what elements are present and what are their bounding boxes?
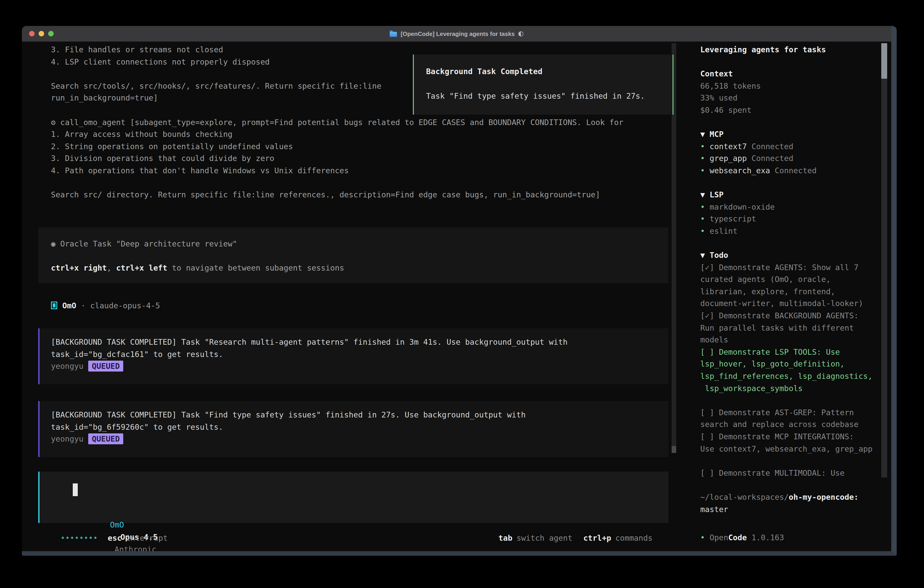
text-line: curated agents (OmO, oracle, xyxy=(700,274,880,286)
text-line: ◉ Oracle Task "Deep architecture review" xyxy=(51,238,668,250)
ctrlp-key-hint: ctrl+p xyxy=(583,533,611,542)
text-line xyxy=(700,479,880,491)
notification-body: Task "Find type safety issues" finished … xyxy=(426,91,645,101)
desktop: [OpenCode] Leveraging agents for tasks 3… xyxy=(0,0,924,588)
text-line: [ ] Demonstrate MCP INTEGRATIONS: xyxy=(700,431,880,443)
folder-icon xyxy=(390,30,397,37)
text-line: [BACKGROUND TASK COMPLETED] Task "Find t… xyxy=(51,409,668,421)
text-line xyxy=(700,116,880,128)
oracle-task-box: ◉ Oracle Task "Deep architecture review"… xyxy=(38,227,668,283)
traffic-lights xyxy=(29,26,54,41)
text-line: 3. File handles or streams not closed xyxy=(51,44,670,56)
status-bar-right: tab switch agent ctrl+p commands xyxy=(498,533,668,542)
text-line: Context xyxy=(700,68,880,80)
agent-model: claude-opus-4-5 xyxy=(90,301,160,310)
text-line: • context7 Connected xyxy=(700,140,880,153)
status-bar-left: •••••••• esc interrupt xyxy=(38,533,168,542)
agent-name: OmO xyxy=(62,301,76,310)
terminal-window: [OpenCode] Leveraging agents for tasks 3… xyxy=(22,26,897,556)
notification-title: Background Task Completed xyxy=(426,67,543,76)
text-line: lsp_hover, lsp_goto_definition, xyxy=(700,358,880,370)
text-line: • typescript xyxy=(700,213,880,225)
sidebar: Leveraging agents for tasks Context66,51… xyxy=(700,44,880,515)
opencode-version: • OpenCode 1.0.163 xyxy=(700,532,784,543)
ctrlp-key-label: commands xyxy=(615,533,653,542)
progress-half-circle-icon xyxy=(518,31,523,36)
text-line: ⚙ call_omo_agent [subagent_type=explore,… xyxy=(51,116,670,128)
text-line: document-writer, multimodal-looker) xyxy=(700,297,880,310)
text-line: ▼ LSP xyxy=(700,189,880,201)
text-line xyxy=(700,177,880,189)
tab-key-hint: tab xyxy=(498,533,512,542)
maximize-button[interactable] xyxy=(48,31,54,36)
status-bar: •••••••• esc interrupt tab switch agent … xyxy=(38,532,668,544)
text-line: 66,518 tokens xyxy=(700,80,880,92)
text-line xyxy=(700,237,880,249)
input-meta-row: OmO Opus 4.5 Anthropic xyxy=(73,507,158,519)
text-line: yeongyu QUEUED xyxy=(51,433,668,445)
text-line: ▼ MCP xyxy=(700,128,880,140)
text-line: • eslint xyxy=(700,225,880,237)
text-line: [✓] Demonstrate BACKGROUND AGENTS: xyxy=(700,310,880,322)
text-line: • grep_app Connected xyxy=(700,153,880,165)
text-line: $0.46 spent xyxy=(700,104,880,116)
sidebar-scrollbar[interactable] xyxy=(881,43,887,477)
text-line: • websearch_exa Connected xyxy=(700,165,880,177)
agent-checkbox-icon xyxy=(51,302,57,309)
notification-toast: Background Task Completed Task "Find typ… xyxy=(413,55,673,115)
text-line: • OpenCode 1.0.163 xyxy=(700,532,784,543)
text-line: task_id="bg_6f59260c" to get results. xyxy=(51,421,668,433)
text-line: lsp_find_references, lsp_diagnostics, xyxy=(700,370,880,382)
main-scrollbar-thumb[interactable] xyxy=(672,446,676,453)
text-line: [ ] Demonstrate LSP TOOLS: Use xyxy=(700,346,880,358)
text-line xyxy=(51,250,668,262)
minimize-button[interactable] xyxy=(39,31,44,36)
text-line: master xyxy=(700,503,880,515)
text-line: ctrl+x right, ctrl+x left to navigate be… xyxy=(51,262,668,274)
text-line: 3. Division operations that could divide… xyxy=(51,153,670,165)
text-line: librarian, explore, frontend, xyxy=(700,286,880,297)
text-line: models xyxy=(700,334,880,346)
text-line: ~/local-workspaces/oh-my-opencode: xyxy=(700,491,880,503)
text-line: yeongyu QUEUED xyxy=(51,360,668,372)
text-line: • markdown-oxide xyxy=(700,201,880,213)
esc-key-label: interrupt xyxy=(126,533,168,542)
text-line: search and replace across codebase xyxy=(700,419,880,431)
text-line: 1. Array access without bounds checking xyxy=(51,128,670,140)
text-line: Run parallel tasks with different xyxy=(700,322,880,334)
text-line: Use context7, websearch_exa, grep_app xyxy=(700,443,880,455)
prompt-input[interactable]: OmO Opus 4.5 Anthropic xyxy=(38,472,668,523)
background-task-message-1: [BACKGROUND TASK COMPLETED] Task "Resear… xyxy=(38,328,668,384)
close-button[interactable] xyxy=(29,31,35,36)
text-line xyxy=(700,394,880,406)
text-line xyxy=(51,177,670,189)
background-task-message-2: [BACKGROUND TASK COMPLETED] Task "Find t… xyxy=(38,401,668,457)
window-title-text: [OpenCode] Leveraging agents for tasks xyxy=(401,30,515,37)
input-provider-label: Anthropic xyxy=(115,545,157,554)
spinner-icon: •••••••• xyxy=(61,533,98,542)
text-line: [ ] Demonstrate AST-GREP: Pattern xyxy=(700,406,880,419)
text-line: 33% used xyxy=(700,92,880,104)
text-line: [✓] Demonstrate AGENTS: Show all 7 xyxy=(700,261,880,273)
text-line: task_id="bg_dcfac161" to get results. xyxy=(51,348,668,360)
text-line: Search src/ directory. Return specific f… xyxy=(51,189,670,201)
window-titlebar[interactable]: [OpenCode] Leveraging agents for tasks xyxy=(22,26,891,42)
text-line: ▼ Todo xyxy=(700,249,880,261)
text-line: [BACKGROUND TASK COMPLETED] Task "Resear… xyxy=(51,336,668,348)
agent-separator: · xyxy=(76,301,90,310)
tab-key-label: switch agent xyxy=(516,533,573,542)
sidebar-scrollbar-thumb[interactable] xyxy=(881,43,887,79)
text-line xyxy=(700,56,880,68)
agent-header: OmO · claude-opus-4-5 xyxy=(51,299,160,312)
input-agent-label: OmO xyxy=(110,520,124,529)
text-line: 2. String operations on potentially unde… xyxy=(51,140,670,153)
text-cursor xyxy=(73,483,78,496)
text-line: [ ] Demonstrate MULTIMODAL: Use xyxy=(700,467,880,479)
text-line: lsp_workspace_symbols xyxy=(700,382,880,394)
text-line xyxy=(700,455,880,467)
window-title: [OpenCode] Leveraging agents for tasks xyxy=(390,30,523,37)
text-line: 4. Path operations that don't handle Win… xyxy=(51,165,670,177)
text-line: Leveraging agents for tasks xyxy=(700,44,880,56)
esc-key-hint: esc xyxy=(108,533,122,542)
